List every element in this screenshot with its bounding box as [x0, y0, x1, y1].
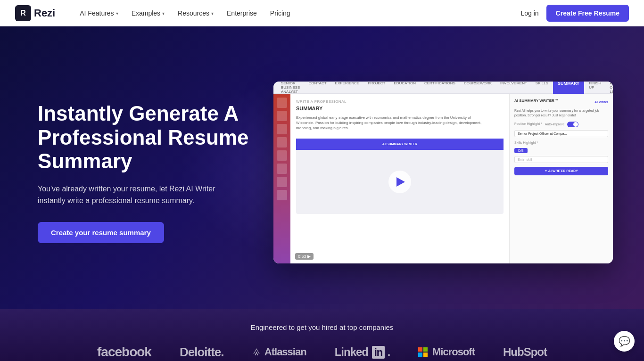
- companies-section: Engineered to get you hired at top compa…: [0, 309, 644, 361]
- sidebar-icon-8: [277, 190, 287, 200]
- sidebar-icon-6: [277, 164, 287, 174]
- linkedin-dot: .: [388, 346, 390, 358]
- sidebar-icon-1: [277, 98, 287, 108]
- nav-item-resources[interactable]: Resources ▾: [172, 7, 219, 20]
- logo-icon: R: [15, 5, 31, 21]
- logo-text: Rezi: [34, 7, 55, 19]
- tab-cover-letter[interactable]: AI COVER LETTER: [606, 82, 613, 95]
- company-logo-atlassian: Atlassian: [252, 346, 306, 358]
- sidebar-icon-4: [277, 137, 287, 148]
- chevron-down-icon: ▾: [162, 11, 165, 16]
- tab-coursework[interactable]: COURSEWORK: [460, 82, 495, 95]
- ai-writer-ready-button[interactable]: ✦ AI WRITER READY: [514, 167, 608, 175]
- tab-project[interactable]: PROJECT: [364, 82, 389, 95]
- sidebar-icon-2: [277, 111, 287, 121]
- nav-item-ai-features[interactable]: AI Features ▾: [74, 7, 124, 20]
- company-logo-hubspot: HubSpot: [503, 345, 547, 359]
- tab-list: SENIOR BUSINESS ANALYST CONTACT EXPERIEN…: [277, 82, 613, 95]
- tab-experience[interactable]: EXPERIENCE: [331, 82, 363, 95]
- company-logo-facebook: facebook: [97, 345, 151, 360]
- position-input[interactable]: Senior Project Officer at Compa...: [514, 130, 608, 137]
- skills-highlight-field: Skills Highlight * D/B Enter skill: [514, 141, 608, 163]
- video-mockup: SENIOR BUSINESS ANALYST CONTACT EXPERIEN…: [273, 82, 613, 263]
- section-label: WRITE A PROFESSIONAL: [296, 99, 504, 104]
- sidebar-icon-5: [277, 150, 287, 161]
- tab-contact[interactable]: CONTACT: [305, 82, 330, 95]
- video-timestamp: 0:53 ▶: [295, 253, 314, 260]
- hero-title: Instantly Generate A Professional Resume…: [38, 102, 264, 173]
- company-logo-deloitte: Deloitte.: [180, 345, 224, 360]
- play-icon: [396, 177, 405, 187]
- tab-education[interactable]: EDUCATION: [390, 82, 420, 95]
- video-play-area[interactable]: AI SUMMARY WRITER: [296, 139, 504, 214]
- auto-improve-toggle[interactable]: [567, 122, 578, 127]
- video-content-area: WRITE A PROFESSIONAL SUMMARY Experienced…: [273, 94, 613, 263]
- atlassian-icon: [252, 348, 261, 357]
- skills-tag: D/B: [514, 145, 608, 156]
- tab-skills[interactable]: SKILLS: [532, 82, 552, 95]
- navbar: R Rezi AI Features ▾ Examples ▾ Resource…: [0, 0, 644, 26]
- chat-icon: 💬: [619, 336, 630, 347]
- sidebar-icon-3: [277, 124, 287, 134]
- hero-content: Instantly Generate A Professional Resume…: [38, 102, 264, 243]
- video-sidebar: [273, 94, 290, 263]
- skills-input[interactable]: Enter skill: [514, 156, 608, 163]
- tab-involvement[interactable]: INVOLVEMENT: [496, 82, 531, 95]
- nav-item-examples[interactable]: Examples ▾: [126, 7, 170, 20]
- panel-description: Rezi AI helps you to write your summary …: [514, 108, 608, 118]
- login-link[interactable]: Log in: [520, 9, 538, 17]
- chat-bubble-button[interactable]: 💬: [614, 331, 635, 352]
- position-toggle-row: Position Highlight * Auto-improve: [514, 122, 608, 127]
- tab-senior-business-analyst[interactable]: SENIOR BUSINESS ANALYST: [277, 82, 304, 95]
- position-highlight-field: Position Highlight * Auto-improve Senior…: [514, 122, 608, 137]
- panel-title: AI SUMMARY WRITER™: [514, 98, 558, 103]
- ai-writer-panel: AI SUMMARY WRITER™ AI Writer Rezi AI hel…: [509, 94, 613, 263]
- hero-subtitle: You've already written your resume, let …: [38, 183, 217, 207]
- chevron-down-icon: ▾: [211, 11, 214, 16]
- sidebar-icon-7: [277, 177, 287, 187]
- companies-logos: facebook Deloitte. Atlassian Linked in .…: [38, 345, 606, 360]
- nav-actions: Log in Create Free Resume: [520, 5, 629, 22]
- tab-certifications[interactable]: CERTIFICATIONS: [421, 82, 459, 95]
- tab-summary-active[interactable]: SUMMARY: [553, 82, 584, 95]
- nav-item-enterprise[interactable]: Enterprise: [221, 7, 263, 20]
- panel-subtitle: AI Writer: [594, 100, 608, 104]
- tab-finish-up[interactable]: FINISH UP: [585, 82, 605, 95]
- position-label: Position Highlight *: [514, 122, 542, 125]
- skills-label: Skills Highlight *: [514, 141, 608, 144]
- site-logo[interactable]: R Rezi: [15, 5, 55, 21]
- chevron-down-icon: ▾: [116, 11, 118, 16]
- auto-improve-label: Auto-improve: [545, 123, 565, 126]
- company-logo-linkedin: Linked in .: [335, 345, 390, 359]
- video-progress-bar: AI SUMMARY WRITER: [296, 139, 504, 150]
- section-title: SUMMARY: [296, 106, 504, 111]
- section-description: Experienced global early-stage executive…: [296, 115, 485, 131]
- microsoft-grid-icon: [418, 347, 428, 357]
- nav-links: AI Features ▾ Examples ▾ Resources ▾ Ent…: [74, 7, 520, 20]
- bar-text: AI SUMMARY WRITER: [382, 142, 417, 146]
- video-tabs-bar: SENIOR BUSINESS ANALYST CONTACT EXPERIEN…: [273, 82, 613, 94]
- hero-section: Instantly Generate A Professional Resume…: [0, 26, 644, 309]
- hero-cta-button[interactable]: Create your resume summary: [38, 222, 164, 243]
- video-editor: WRITE A PROFESSIONAL SUMMARY Experienced…: [290, 94, 509, 263]
- play-button[interactable]: [388, 171, 411, 193]
- hero-video-area: SENIOR BUSINESS ANALYST CONTACT EXPERIEN…: [273, 82, 613, 263]
- company-logo-microsoft: Microsoft: [418, 346, 475, 358]
- linkedin-in-badge: in: [372, 346, 385, 359]
- nav-item-pricing[interactable]: Pricing: [264, 7, 296, 20]
- companies-label: Engineered to get you hired at top compa…: [38, 323, 606, 331]
- create-resume-button[interactable]: Create Free Resume: [546, 5, 629, 22]
